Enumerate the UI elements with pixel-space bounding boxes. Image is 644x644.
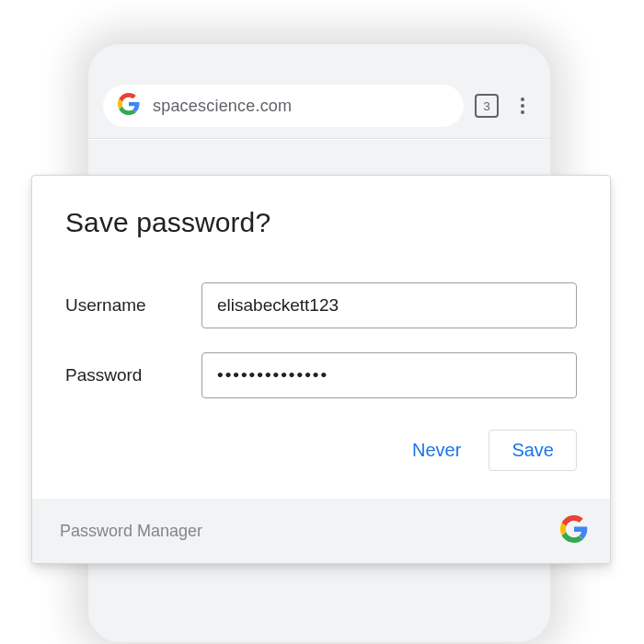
url-text: spacescience.com xyxy=(153,97,292,116)
omnibox[interactable]: spacescience.com xyxy=(103,85,464,127)
overflow-menu-icon[interactable] xyxy=(513,98,532,114)
google-logo-icon xyxy=(560,515,588,546)
never-button[interactable]: Never xyxy=(405,431,468,470)
dialog-body: Save password? Username Password Never S… xyxy=(32,176,610,499)
save-password-dialog: Save password? Username Password Never S… xyxy=(31,175,611,564)
dialog-actions: Never Save xyxy=(65,430,577,471)
browser-toolbar: spacescience.com 3 xyxy=(88,83,550,129)
password-label: Password xyxy=(65,365,201,385)
dialog-footer: Password Manager xyxy=(32,499,610,563)
password-row: Password xyxy=(65,352,577,398)
tab-count-value: 3 xyxy=(483,99,489,113)
password-field[interactable] xyxy=(201,352,577,398)
username-row: Username xyxy=(65,282,577,328)
dialog-title: Save password? xyxy=(65,207,577,238)
username-label: Username xyxy=(65,295,201,316)
google-logo-icon xyxy=(118,93,140,119)
save-button[interactable]: Save xyxy=(489,430,577,471)
page-content xyxy=(88,138,550,140)
footer-label: Password Manager xyxy=(60,522,202,541)
tab-switcher-button[interactable]: 3 xyxy=(475,94,499,118)
username-field[interactable] xyxy=(201,282,577,328)
